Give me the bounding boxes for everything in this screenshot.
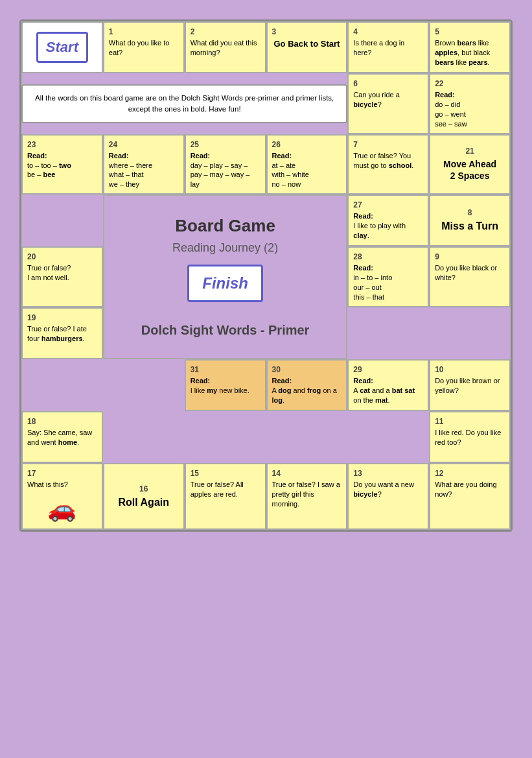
cell-4-num: 4 xyxy=(353,27,423,37)
cell-15-text: True or false? All apples are red. xyxy=(191,480,244,498)
cell-19-num: 19 xyxy=(27,313,97,323)
cell-23: 23 Read:to – too – twobe – bee xyxy=(21,134,103,195)
cell-26: 26 Read:at – atewith – whiteno – now xyxy=(266,134,348,195)
cell-20-num: 20 xyxy=(27,252,97,262)
cell-8: 8 Miss a Turn xyxy=(429,195,511,246)
cell-16-num: 16 xyxy=(118,484,169,494)
cell-24-text: Read:where – therewhat – thatwe – they xyxy=(109,152,152,189)
cell-9-text: Do you like black or white? xyxy=(435,264,497,281)
board-subtitle: Reading Journey (2) xyxy=(172,240,278,255)
info-text: All the words on this board game are on … xyxy=(32,93,337,115)
cell-7: 7 True or false? You must go to school. xyxy=(347,134,429,195)
cell-2: 2 What did you eat this morning? xyxy=(185,21,266,73)
cell-19-text: True or false? I ate four hamburgers. xyxy=(27,325,87,342)
cell-5: 5 Brown bears like apples, but black bea… xyxy=(429,21,511,73)
cell-12: 12 What are you doing now? xyxy=(429,463,511,530)
center-area: Board Game Reading Journey (2) Finish Do… xyxy=(103,195,348,359)
cell-30-num: 30 xyxy=(272,364,342,375)
finish-label: Finish xyxy=(202,274,248,292)
cell-12-text: What are you doing now? xyxy=(435,480,496,498)
cell-3-text: Go Back to Start xyxy=(272,38,342,50)
cell-15-num: 15 xyxy=(191,468,260,479)
cell-8-num: 8 xyxy=(441,207,498,218)
cell-31: 31 Read:I like my new bike. xyxy=(185,359,266,411)
cell-6: 6 Can you ride a bicycle? xyxy=(347,73,429,134)
cell-6-num: 6 xyxy=(353,78,423,89)
cell-17-text: What is this? xyxy=(27,480,68,488)
cell-24: 24 Read:where – therewhat – thatwe – the… xyxy=(103,134,185,195)
cell-22-text: Read:do – didgo – wentsee – saw xyxy=(435,91,467,128)
cell-5-num: 5 xyxy=(435,27,505,37)
dolch-label: Dolch Sight Words - Primer xyxy=(141,322,310,339)
cell-14: 14 True or false? I saw a pretty girl th… xyxy=(266,463,348,530)
cell-27-num: 27 xyxy=(353,200,423,210)
cell-3: 3 Go Back to Start xyxy=(266,21,348,73)
cell-9: 9 Do you like black or white? xyxy=(429,246,511,307)
start-box: Start xyxy=(36,32,88,63)
cell-28: 28 Read:in – to – intoour – outthis – th… xyxy=(347,246,429,307)
cell-13: 13 Do you want a new bicycle? xyxy=(347,463,429,530)
cell-29-text: Read:A cat and a bat sat on the mat. xyxy=(353,377,415,404)
cell-18-num: 18 xyxy=(27,416,97,427)
cell-13-text: Do you want a new bicycle? xyxy=(353,480,414,498)
cell-30: 30 Read:A dog and frog on a log. xyxy=(266,359,348,411)
cell-21-text: Move Ahead2 Spaces xyxy=(443,159,496,182)
cell-10-num: 10 xyxy=(435,364,505,375)
cell-29: 29 Read:A cat and a bat sat on the mat. xyxy=(347,359,429,411)
cell-20-text: True or false?I am not well. xyxy=(27,264,71,281)
cell-13-num: 13 xyxy=(353,468,423,479)
cell-16-text: Roll Again xyxy=(118,497,169,508)
cell-12-num: 12 xyxy=(435,468,505,479)
cell-10-text: Do you like brown or yellow? xyxy=(435,377,500,394)
cell-10: 10 Do you like brown or yellow? xyxy=(429,359,511,411)
cell-25: 25 Read:day – play – say – pay – may – w… xyxy=(185,134,266,195)
board-title: Board Game xyxy=(175,215,275,237)
cell-17-num: 17 xyxy=(27,468,97,479)
info-box: All the words on this board game are on … xyxy=(21,84,347,123)
car-icon: 🚗 xyxy=(27,493,97,525)
dolch-area xyxy=(103,411,348,463)
finish-box: Finish xyxy=(187,265,263,302)
cell-26-num: 26 xyxy=(272,139,342,150)
cell-15: 15 True or false? All apples are red. xyxy=(185,463,266,530)
cell-23-text: Read:to – too – twobe – bee xyxy=(27,152,71,179)
cell-16: 16 Roll Again xyxy=(103,463,185,530)
cell-8-text: Miss a Turn xyxy=(441,220,498,231)
cell-18-text: Say: She came, saw and went home. xyxy=(27,429,92,446)
cell-27: 27 Read:I like to play with clay. xyxy=(347,195,429,246)
cell-18: 18 Say: She came, saw and went home. xyxy=(21,411,103,463)
cell-1: 1 What do you like to eat? xyxy=(103,21,185,73)
cell-22: 22 Read:do – didgo – wentsee – saw xyxy=(429,73,511,134)
cell-17: 17 What is this? 🚗 xyxy=(21,463,103,530)
cell-11: 11 I like red. Do you like red too? xyxy=(429,411,511,463)
start-cell: Start xyxy=(21,21,103,73)
cell-5-text: Brown bears like apples, but black bears… xyxy=(435,39,490,66)
cell-19: 19 True or false? I ate four hamburgers. xyxy=(21,307,103,359)
cell-7-num: 7 xyxy=(353,139,423,150)
cell-11-num: 11 xyxy=(435,416,505,427)
cell-6-text: Can you ride a bicycle? xyxy=(353,91,400,108)
board-container: Start 1 What do you like to eat? 2 What … xyxy=(13,13,519,538)
cell-29-num: 29 xyxy=(353,364,423,375)
cell-3-num: 3 xyxy=(272,27,342,37)
cell-14-num: 14 xyxy=(272,468,342,479)
cell-4: 4 Is there a dog in here? xyxy=(347,21,429,73)
cell-31-num: 31 xyxy=(191,364,260,375)
cell-9-num: 9 xyxy=(435,252,505,262)
cell-14-text: True or false? I saw a pretty girl this … xyxy=(272,480,340,508)
cell-11-text: I like red. Do you like red too? xyxy=(435,429,501,446)
cell-30-text: Read:A dog and frog on a log. xyxy=(272,377,337,404)
cell-26-text: Read:at – atewith – whiteno – now xyxy=(272,152,309,189)
cell-23-num: 23 xyxy=(27,139,97,150)
cell-20: 20 True or false?I am not well. xyxy=(21,246,103,307)
cell-27-text: Read:I like to play with clay. xyxy=(353,212,406,239)
cell-21: 21 Move Ahead2 Spaces xyxy=(429,134,511,195)
cell-2-num: 2 xyxy=(191,27,260,37)
cell-7-text: True or false? You must go to school. xyxy=(353,152,413,169)
start-label: Start xyxy=(46,39,78,55)
cell-31-text: Read:I like my new bike. xyxy=(191,377,249,394)
cell-25-num: 25 xyxy=(191,139,260,150)
game-board: Start 1 What do you like to eat? 2 What … xyxy=(19,19,513,532)
cell-28-num: 28 xyxy=(353,252,423,262)
cell-22-num: 22 xyxy=(435,78,505,89)
